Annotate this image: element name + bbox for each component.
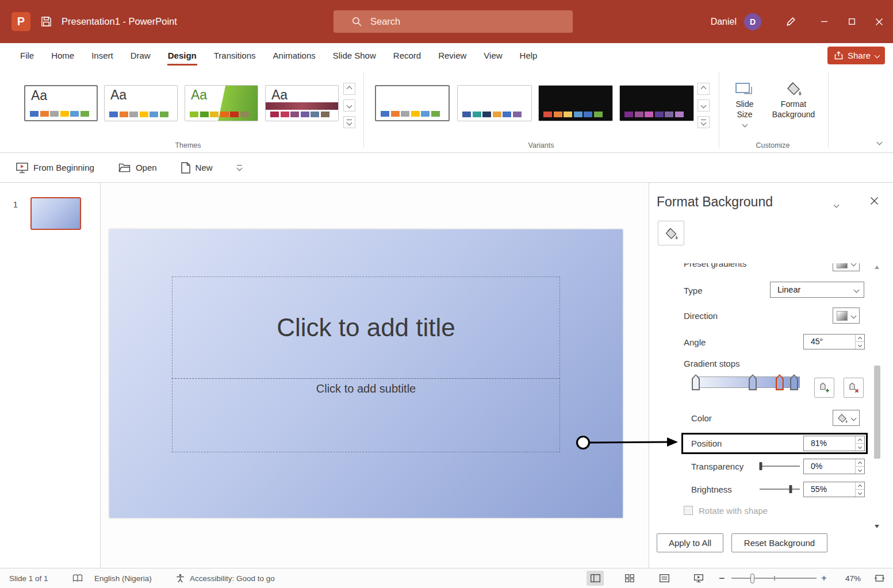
slider-handle[interactable] [789,485,792,493]
pane-close-button[interactable] [871,197,878,205]
menu-tab-review[interactable]: Review [430,43,475,68]
format-background-button[interactable]: Format Background [768,80,819,120]
brightness-slider[interactable] [760,485,800,493]
pane-scrollbar[interactable] [873,263,881,531]
menu-tab-insert[interactable]: Insert [83,43,122,68]
variants-scroll-up-button[interactable] [697,83,710,95]
slide-size-button[interactable]: Slide Size [728,80,761,126]
theme-thumbnail-3[interactable]: Aa [185,85,258,121]
open-button[interactable]: Open [118,163,157,172]
menu-tab-draw[interactable]: Draw [122,43,159,68]
slide-canvas[interactable]: Click to add title Click to add subtitle [109,229,623,518]
menu-tab-design[interactable]: Design [159,43,205,68]
variants-scroll-down-button[interactable] [697,99,710,112]
apply-to-all-button[interactable]: Apply to All [657,533,723,552]
color-picker-button[interactable] [833,410,860,426]
remove-gradient-stop-button[interactable] [844,378,864,398]
spin-down-button[interactable] [856,341,864,349]
menu-tab-slide-show[interactable]: Slide Show [324,43,385,68]
themes-scroll-up-button[interactable] [343,83,355,95]
gradient-stop-3-selected[interactable] [776,374,784,390]
theme-thumbnail-4[interactable]: Aa [265,85,339,121]
reset-background-button[interactable]: Reset Background [731,533,827,552]
new-button[interactable]: New [181,162,213,174]
normal-view-button[interactable] [587,571,604,586]
variant-thumbnail-2[interactable] [457,85,532,121]
zoom-slider[interactable] [731,578,817,579]
accessibility-status[interactable]: Accessibility: Good to go [190,574,275,583]
slider-handle[interactable] [760,462,762,470]
close-button[interactable] [865,0,893,43]
fit-to-window-button[interactable] [874,574,885,583]
spin-up-button[interactable] [856,459,864,466]
direction-dropdown[interactable] [833,308,860,324]
type-dropdown[interactable]: Linear [770,282,864,298]
pane-options-button[interactable] [834,199,838,209]
variants-more-button[interactable] [697,116,710,128]
position-spinner[interactable]: 81% [803,436,865,451]
user-avatar[interactable]: D [744,13,761,30]
share-dropdown-chevron-icon[interactable] [875,53,880,59]
transparency-spinner[interactable]: 0% [803,459,865,474]
menu-tab-help[interactable]: Help [511,43,546,68]
zoom-in-button[interactable]: + [821,572,827,584]
menu-tab-view[interactable]: View [475,43,511,68]
spin-down-button[interactable] [856,489,864,497]
from-beginning-button[interactable]: From Beginning [16,162,94,174]
rotate-with-shape-checkbox[interactable] [684,506,693,515]
zoom-out-button[interactable]: − [719,572,725,585]
brightness-spinner[interactable]: 55% [803,482,865,497]
gradient-stop-4[interactable] [790,374,798,390]
gradient-stops-bar[interactable] [695,376,800,388]
gradient-stop-2[interactable] [749,374,757,390]
menu-tab-animations[interactable]: Animations [265,43,324,68]
collapse-ribbon-button[interactable] [877,136,881,147]
subtitle-placeholder[interactable]: Click to add subtitle [172,378,560,452]
search-input[interactable]: Search [334,10,573,33]
toolbar-overflow-button[interactable] [237,165,242,171]
user-name[interactable]: Daniel [711,17,737,27]
themes-scroll-down-button[interactable] [343,99,355,112]
theme-thumbnail-1[interactable]: Aa [24,85,98,121]
pen-icon[interactable] [785,16,796,27]
angle-spinner[interactable]: 45° [803,334,865,349]
spellcheck-icon[interactable] [72,574,83,582]
language-status[interactable]: English (Nigeria) [94,574,152,583]
transparency-slider[interactable] [760,462,800,470]
variant-thumbnail-3[interactable] [538,85,613,121]
accessibility-icon[interactable] [176,574,185,583]
scroll-down-button[interactable] [873,522,881,531]
variant-thumbnail-1[interactable] [375,85,450,121]
themes-more-button[interactable] [343,116,355,128]
spin-up-button[interactable] [856,482,864,489]
menu-tab-file[interactable]: File [12,43,43,68]
menu-tab-home[interactable]: Home [43,43,83,68]
add-gradient-stop-button[interactable] [814,378,834,398]
slide-thumbnail[interactable] [30,197,81,230]
slide-sorter-view-button[interactable] [621,571,638,586]
preset-gradients-dropdown[interactable] [833,263,860,271]
share-button[interactable]: Share [827,47,885,64]
fill-tab-button[interactable] [658,221,684,245]
theme-thumbnail-2[interactable]: Aa [104,85,178,121]
maximize-button[interactable] [838,0,865,43]
zoom-level[interactable]: 47% [837,574,861,583]
reading-view-button[interactable] [656,571,673,586]
gradient-stop-1[interactable] [692,374,700,390]
menu-tab-record[interactable]: Record [385,43,430,68]
spin-up-button[interactable] [856,436,864,443]
scrollbar-thumb[interactable] [874,366,880,459]
variant-thumbnail-4[interactable] [619,85,694,121]
slideshow-view-button[interactable] [690,571,707,586]
zoom-slider-handle[interactable] [750,574,754,583]
spin-down-button[interactable] [856,443,864,451]
chevron-down-icon [850,263,856,266]
minimize-button[interactable] [810,0,838,43]
scroll-up-button[interactable] [873,263,881,271]
spin-up-button[interactable] [856,335,864,341]
save-button[interactable] [41,16,52,27]
menu-tab-transitions[interactable]: Transitions [205,43,265,68]
title-placeholder[interactable]: Click to add title [172,276,560,379]
spin-down-button[interactable] [856,466,864,474]
slide-size-icon [735,80,754,97]
